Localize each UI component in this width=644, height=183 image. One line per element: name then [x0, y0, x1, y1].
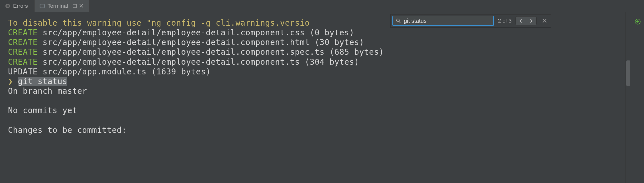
terminal-output: To disable this warning use "ng config -…	[8, 18, 625, 135]
terminal-icon	[40, 3, 45, 9]
svg-rect-1	[40, 4, 44, 8]
find-input-container	[392, 16, 494, 26]
search-icon	[396, 18, 401, 23]
tab-errors[interactable]: Errors	[0, 0, 34, 12]
terminal-pane[interactable]: To disable this warning use "ng config -…	[0, 12, 625, 183]
tab-terminal-label: Terminal	[48, 3, 68, 9]
find-next-button[interactable]	[526, 17, 537, 25]
errors-icon	[5, 3, 10, 9]
close-tab-icon[interactable]	[80, 4, 83, 8]
find-prev-button[interactable]	[516, 17, 526, 25]
find-input[interactable]	[404, 18, 490, 24]
find-nav-buttons	[515, 16, 537, 25]
find-result-count: 2 of 3	[498, 18, 511, 24]
right-gutter	[631, 12, 644, 183]
terminal-scrollbar[interactable]	[625, 12, 631, 183]
tab-terminal[interactable]: Terminal	[34, 0, 90, 12]
panel-tabbar: Errors Terminal	[0, 0, 644, 12]
tab-errors-label: Errors	[13, 3, 28, 9]
find-close-button[interactable]	[541, 17, 549, 25]
maximize-icon[interactable]	[73, 4, 77, 8]
find-bar: 2 of 3	[390, 14, 551, 27]
svg-point-4	[397, 19, 400, 22]
svg-rect-2	[73, 4, 76, 8]
add-button[interactable]	[634, 18, 641, 25]
scrollbar-thumb[interactable]	[626, 60, 630, 86]
